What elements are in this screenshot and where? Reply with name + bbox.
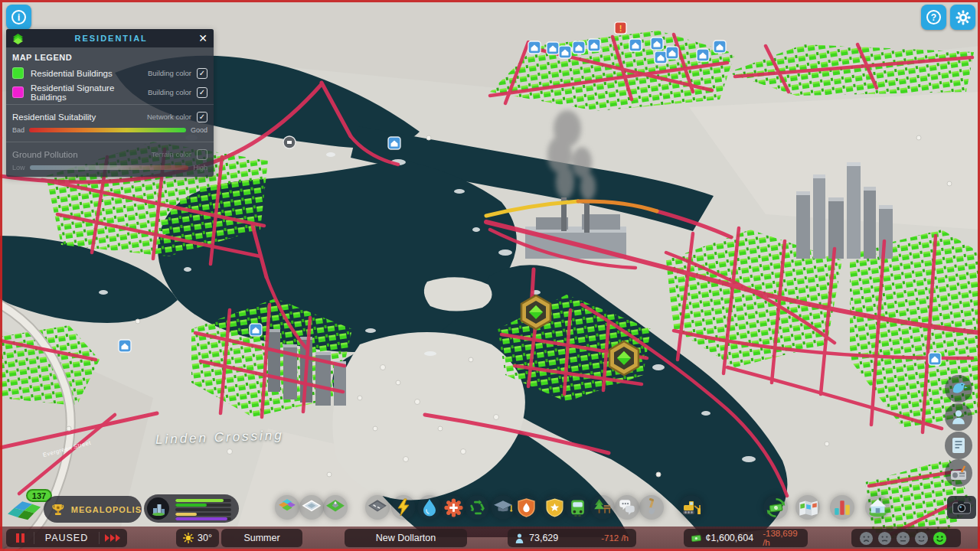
- fire-rescue-icon[interactable]: [514, 495, 538, 520]
- legend-row-signature: Residential Signature Buildings Building…: [6, 83, 214, 102]
- landscaping-icon[interactable]: [639, 495, 664, 520]
- residential-building-marker[interactable]: [573, 41, 585, 54]
- parks-recreation-icon[interactable]: [590, 495, 615, 520]
- legend-row-meta: Building color: [148, 69, 191, 77]
- pause-button[interactable]: [6, 533, 34, 543]
- info-icon: i: [11, 10, 26, 24]
- districts-icon[interactable]: [299, 495, 324, 520]
- city-name: New Dollarton: [376, 533, 436, 543]
- legend-row-meta: Terrain color: [152, 150, 191, 158]
- info-views-icon[interactable]: [865, 495, 890, 520]
- happiness-face: [933, 531, 947, 546]
- residential-building-marker[interactable]: [666, 47, 678, 59]
- checkbox-residential[interactable]: ✓: [197, 68, 207, 79]
- residential-building-marker[interactable]: [697, 49, 709, 61]
- season-indicator[interactable]: Summer: [221, 529, 302, 547]
- communications-icon[interactable]: [615, 495, 639, 520]
- suitability-gradient-bar: [29, 128, 186, 132]
- residential-building-marker[interactable]: [388, 137, 400, 149]
- money-rate: -138,699 /h: [763, 529, 800, 547]
- legend-section-label: MAP LEGEND: [12, 53, 207, 62]
- panel-title: RESIDENTIAL: [24, 34, 198, 43]
- money-icon: [691, 534, 701, 543]
- settings-button[interactable]: [950, 5, 975, 30]
- education-icon[interactable]: [491, 495, 515, 520]
- zoning-icon[interactable]: [275, 495, 299, 520]
- happiness-faces: [851, 531, 955, 546]
- radio-icon: [949, 464, 968, 482]
- money-value: ¢1,600,604: [706, 533, 754, 543]
- status-bar: PAUSED 30° Summer: [0, 527, 980, 549]
- legend-row-meta: Network color: [147, 112, 191, 121]
- roads-icon[interactable]: [365, 495, 390, 520]
- healthcare-icon[interactable]: [441, 495, 466, 520]
- scale-max-label: High: [193, 164, 207, 171]
- garbage-icon[interactable]: [465, 495, 489, 520]
- checkbox-pollution[interactable]: [197, 149, 207, 160]
- city-level-badge[interactable]: 137: [8, 491, 47, 523]
- citizen-icon: [950, 409, 967, 425]
- happiness-face: [859, 531, 874, 546]
- residential-building-marker[interactable]: [714, 41, 726, 53]
- demand-bars: [175, 499, 231, 522]
- population-pill[interactable]: 73,629 -712 /h: [508, 529, 636, 547]
- pollution-gradient-bar: [30, 165, 189, 170]
- info-panel-button[interactable]: i: [6, 5, 31, 30]
- residential-zone-icon: [12, 33, 24, 44]
- chirper-button[interactable]: [945, 375, 972, 403]
- fast-forward-icon: [105, 534, 122, 542]
- milestone-name: MEGALOPOLIS: [71, 505, 142, 514]
- population-value: 73,629: [529, 533, 558, 543]
- temperature-value: 30°: [198, 533, 212, 543]
- economy-icon[interactable]: [763, 495, 788, 520]
- city-name-pill[interactable]: New Dollarton: [345, 529, 467, 547]
- gear-icon: [956, 10, 971, 25]
- residential-building-marker[interactable]: [629, 39, 642, 51]
- terraforming-icon[interactable]: [323, 495, 348, 520]
- citizens-button[interactable]: [945, 403, 972, 431]
- radio-button[interactable]: [945, 459, 972, 487]
- legend-header: RESIDENTIAL ✕: [6, 29, 214, 47]
- residential-building-marker[interactable]: [588, 39, 600, 51]
- happiness-face: [877, 531, 892, 546]
- close-icon[interactable]: ✕: [198, 33, 207, 44]
- population-icon: [515, 533, 524, 543]
- residential-building-marker[interactable]: [250, 324, 262, 336]
- photo-mode-button[interactable]: [947, 496, 976, 519]
- residential-building-marker[interactable]: [528, 41, 541, 54]
- pollution-scale: Low High: [6, 164, 214, 177]
- residential-building-marker[interactable]: [559, 46, 571, 58]
- happiness-pill[interactable]: [851, 529, 961, 547]
- residential-building-marker[interactable]: [119, 340, 131, 352]
- sim-state-label: PAUSED: [34, 533, 99, 543]
- checkbox-signature[interactable]: ✓: [197, 87, 207, 98]
- trophy-icon: [51, 502, 66, 517]
- progression-icon[interactable]: [795, 495, 820, 520]
- electricity-icon[interactable]: [391, 495, 416, 520]
- demand-panel[interactable]: [144, 494, 239, 523]
- checkbox-suitability[interactable]: ✓: [197, 112, 207, 122]
- money-pill[interactable]: ¢1,600,604 -138,699 /h: [684, 529, 808, 547]
- transportation-icon[interactable]: [565, 495, 590, 520]
- journal-button[interactable]: [945, 432, 972, 459]
- season-label: Summer: [243, 533, 279, 543]
- milestone-pill[interactable]: MEGALOPOLIS: [44, 496, 142, 523]
- residential-building-marker[interactable]: [655, 51, 667, 64]
- weather-temperature[interactable]: 30°: [176, 529, 219, 547]
- legend-row-pollution: Ground Pollution Terrain color: [6, 145, 214, 164]
- help-button[interactable]: ?: [921, 5, 946, 30]
- water-icon[interactable]: [417, 495, 442, 520]
- legend-row-label: Ground Pollution: [12, 150, 152, 159]
- residential-building-marker[interactable]: [547, 42, 559, 54]
- legend-row-label: Residential Signature Buildings: [31, 83, 148, 102]
- speed-forward-button[interactable]: [100, 534, 127, 542]
- happiness-face: [896, 531, 910, 546]
- police-icon[interactable]: [542, 495, 567, 520]
- residential-building-marker[interactable]: [651, 37, 663, 50]
- residential-building-marker[interactable]: [929, 353, 941, 365]
- swatch-signature: [12, 86, 24, 98]
- scale-min-label: Bad: [12, 126, 24, 134]
- bulldozer-icon[interactable]: [679, 495, 704, 520]
- city-buildings-icon: [147, 497, 169, 520]
- statistics-icon[interactable]: [830, 495, 854, 520]
